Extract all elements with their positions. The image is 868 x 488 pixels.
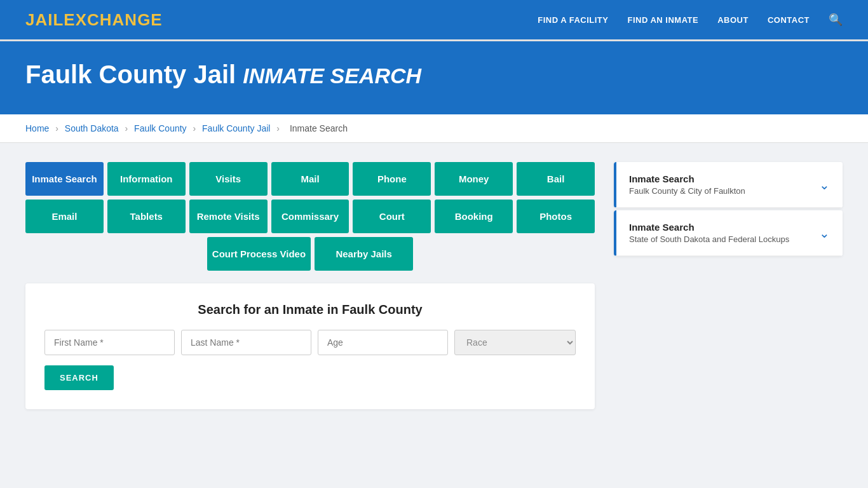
tab-phone[interactable]: Phone [353,162,431,196]
tab-nearby-jails[interactable]: Nearby Jails [315,237,413,271]
logo-exchange: EXCHANGE [64,10,162,29]
page-title-italic: INMATE SEARCH [243,64,421,88]
main-content: Inmate Search Information Visits Mail Ph… [0,143,868,428]
breadcrumb-sep-4: › [276,123,280,133]
tab-row-3: Court Process Video Nearby Jails [25,237,595,271]
breadcrumb-south-dakota[interactable]: South Dakota [65,123,119,133]
search-form-title: Search for an Inmate in Faulk County [44,302,576,317]
nav-contact[interactable]: CONTACT [768,15,810,25]
search-form-card: Search for an Inmate in Faulk County Rac… [25,283,595,409]
tab-tablets[interactable]: Tablets [107,200,186,233]
sidebar-item-content-1: Inmate Search Faulk County & City of Fau… [629,173,745,196]
tab-commissary[interactable]: Commissary [271,200,349,233]
breadcrumb-home[interactable]: Home [25,123,49,133]
tab-row-2: Email Tablets Remote Visits Commissary C… [25,200,595,233]
sidebar-item-subtitle-1: Faulk County & City of Faulkton [629,186,745,196]
sidebar-item-south-dakota[interactable]: Inmate Search State of South Dakota and … [614,210,843,256]
main-nav: FIND A FACILITY FIND AN INMATE ABOUT CON… [538,13,843,27]
first-name-input[interactable] [44,330,175,355]
breadcrumb-faulk-county-jail[interactable]: Faulk County Jail [202,123,270,133]
tab-inmate-search[interactable]: Inmate Search [25,162,104,196]
page-title-main: Faulk County Jail [25,60,236,88]
search-form-row-names: Race White Black Hispanic Asian Other [44,330,576,355]
tab-information[interactable]: Information [107,162,186,196]
tab-mail[interactable]: Mail [271,162,349,196]
chevron-down-icon-1: ⌄ [819,177,830,193]
nav-about[interactable]: ABOUT [717,15,749,25]
age-input[interactable] [318,330,448,355]
tab-photos[interactable]: Photos [517,200,595,233]
tab-court[interactable]: Court [353,200,431,233]
tab-money[interactable]: Money [435,162,513,196]
breadcrumb-faulk-county[interactable]: Faulk County [134,123,186,133]
search-button[interactable]: SEARCH [44,365,114,390]
tab-email[interactable]: Email [25,200,104,233]
hero-section: Faulk County Jail INMATE SEARCH [0,41,868,114]
tab-court-process-video[interactable]: Court Process Video [207,237,311,271]
sidebar-item-content-2: Inmate Search State of South Dakota and … [629,222,789,244]
sidebar-card-2: Inmate Search State of South Dakota and … [614,210,843,256]
search-icon[interactable]: 🔍 [829,13,843,27]
last-name-input[interactable] [181,330,311,355]
sidebar-item-title-1: Inmate Search [629,173,745,184]
sidebar-item-title-2: Inmate Search [629,222,789,233]
nav-find-facility[interactable]: FIND A FACILITY [538,15,608,25]
page-title: Faulk County Jail INMATE SEARCH [25,60,843,89]
right-sidebar: Inmate Search Faulk County & City of Fau… [614,162,843,409]
tab-row-1: Inmate Search Information Visits Mail Ph… [25,162,595,196]
header: JAILEXCHANGE FIND A FACILITY FIND AN INM… [0,0,868,41]
tab-booking[interactable]: Booking [435,200,513,233]
breadcrumb-current: Inmate Search [290,123,348,133]
nav-find-inmate[interactable]: FIND AN INMATE [627,15,698,25]
breadcrumb-sep-1: › [55,123,58,133]
tab-remote-visits[interactable]: Remote Visits [189,200,268,233]
race-select[interactable]: Race White Black Hispanic Asian Other [454,330,576,355]
sidebar-item-faulk-county[interactable]: Inmate Search Faulk County & City of Fau… [614,162,843,208]
breadcrumb-sep-2: › [125,123,128,133]
breadcrumb-sep-3: › [193,123,196,133]
sidebar-item-subtitle-2: State of South Dakota and Federal Lockup… [629,234,789,244]
logo[interactable]: JAILEXCHANGE [25,10,163,30]
breadcrumb: Home › South Dakota › Faulk County › Fau… [0,114,868,143]
tab-bail[interactable]: Bail [517,162,595,196]
sidebar-card-1: Inmate Search Faulk County & City of Fau… [614,162,843,208]
logo-jail: JAIL [25,10,64,29]
left-column: Inmate Search Information Visits Mail Ph… [25,162,595,409]
chevron-down-icon-2: ⌄ [819,226,830,241]
tab-visits[interactable]: Visits [189,162,268,196]
